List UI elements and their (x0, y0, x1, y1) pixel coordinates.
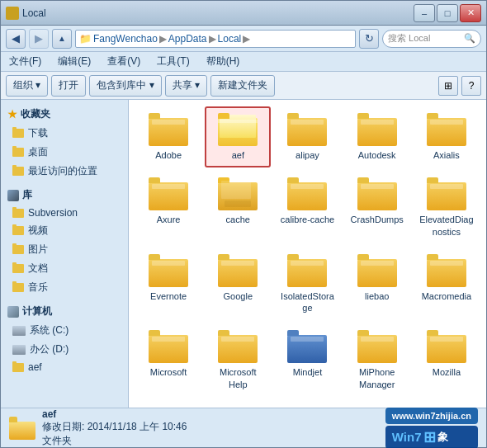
search-bar[interactable]: 搜索 Local 🔍 (382, 30, 481, 48)
sidebar-item-subversion[interactable]: Subversion (1, 205, 128, 221)
folder-icon (149, 177, 188, 210)
sidebar-item-video[interactable]: 视频 (1, 221, 128, 240)
file-item[interactable]: alipay (274, 106, 340, 167)
folder-icon (12, 264, 24, 273)
file-item[interactable]: IsolatedStorage (274, 248, 340, 321)
sidebar-item-download[interactable]: 下载 (1, 124, 128, 143)
sidebar-item-images[interactable]: 图片 (1, 240, 128, 259)
folder-icon (12, 129, 24, 138)
up-button[interactable]: ▲ (52, 29, 72, 49)
file-item[interactable]: Microsoft Help (205, 323, 271, 397)
window-title: Local (22, 7, 46, 19)
folder-title-icon (6, 7, 19, 20)
menu-bar: 文件(F) 编辑(E) 查看(V) 工具(T) 帮助(H) (1, 52, 486, 72)
breadcrumb-icon: 📁 (79, 33, 92, 45)
back-button[interactable]: ◀ (6, 29, 26, 49)
folder-icon (12, 283, 24, 292)
file-item[interactable]: Axure (135, 171, 201, 244)
search-placeholder: 搜索 Local (388, 32, 430, 45)
file-grid: Adobe aef alipay Autodesk Axialis Axure (135, 106, 480, 397)
file-label: Adobe (155, 149, 182, 161)
sidebar-item-system-drive[interactable]: 系统 (C:) (1, 321, 128, 340)
folder-icon (287, 254, 327, 287)
library-icon (7, 190, 19, 201)
file-label: Evernote (150, 290, 187, 302)
sidebar-item-office-drive[interactable]: 办公 (D:) (1, 340, 128, 359)
file-item[interactable]: cache (205, 171, 271, 244)
new-folder-button[interactable]: 新建文件夹 (210, 75, 275, 97)
file-item[interactable]: Adobe (135, 106, 201, 167)
folder-icon (12, 167, 24, 176)
file-item[interactable]: Evernote (135, 248, 201, 321)
folder-icon (357, 330, 397, 363)
file-item[interactable]: Macromedia (414, 248, 480, 321)
drive-icon (12, 326, 26, 336)
file-item[interactable]: MiPhone Manager (344, 323, 410, 397)
folder-icon (287, 330, 327, 363)
system-drive-label: 系统 (C:) (30, 323, 69, 337)
office-drive-label: 办公 (D:) (30, 342, 69, 356)
recent-label: 最近访问的位置 (28, 164, 97, 178)
share-button[interactable]: 共享 ▾ (165, 75, 207, 97)
sidebar-item-desktop[interactable]: 桌面 (1, 143, 128, 162)
library-header[interactable]: 库 (1, 186, 128, 205)
favorites-section: ★ 收藏夹 下载 桌面 最近访问的位置 (1, 105, 128, 181)
view-toggle-button[interactable]: ⊞ (438, 76, 458, 96)
folder-icon (427, 177, 466, 210)
open-button[interactable]: 打开 (51, 75, 86, 97)
include-library-button[interactable]: 包含到库中 ▾ (89, 75, 161, 97)
favorites-header[interactable]: ★ 收藏夹 (1, 105, 128, 124)
file-label: Axialis (433, 149, 460, 161)
breadcrumb-fangwenchao[interactable]: FangWenchao (93, 33, 158, 45)
menu-view[interactable]: 查看(V) (104, 53, 144, 70)
file-item[interactable]: calibre-cache (274, 171, 340, 244)
folder-icon (357, 113, 397, 146)
sidebar-item-docs[interactable]: 文档 (1, 259, 128, 278)
organize-button[interactable]: 组织 ▾ (6, 75, 48, 97)
toolbar: 组织 ▾ 打开 包含到库中 ▾ 共享 ▾ 新建文件夹 ⊞ ? (1, 72, 486, 100)
file-item[interactable]: liebao (344, 248, 410, 321)
help-button[interactable]: ? (461, 76, 481, 96)
windows-icon: ⊞ (423, 428, 436, 446)
file-item[interactable]: Google (205, 248, 271, 321)
main-content: ★ 收藏夹 下载 桌面 最近访问的位置 (1, 100, 486, 408)
folder-icon (12, 363, 24, 372)
menu-edit[interactable]: 编辑(E) (54, 53, 94, 70)
breadcrumb-appdata[interactable]: AppData (168, 33, 207, 45)
close-button[interactable]: ✕ (460, 4, 481, 22)
file-label: IsolatedStorage (279, 290, 335, 314)
library-label: 库 (22, 188, 32, 202)
file-item[interactable]: Mozilla (414, 323, 480, 397)
forward-button[interactable]: ▶ (29, 29, 49, 49)
file-label: Mozilla (433, 366, 461, 378)
menu-tools[interactable]: 工具(T) (154, 53, 192, 70)
file-item[interactable]: Autodesk (344, 106, 410, 167)
file-item[interactable]: ElevatedDiagnostics (414, 171, 480, 244)
breadcrumb[interactable]: 📁 FangWenchao ▶ AppData ▶ Local ▶ (75, 30, 356, 48)
title-bar-left: Local (6, 7, 46, 20)
menu-file[interactable]: 文件(F) (6, 53, 45, 70)
file-item[interactable]: CrashDumps (344, 171, 410, 244)
menu-help[interactable]: 帮助(H) (203, 53, 244, 70)
sidebar-item-aef[interactable]: aef (1, 359, 128, 375)
file-area: Adobe aef alipay Autodesk Axialis Axure (129, 100, 486, 408)
sidebar-item-music[interactable]: 音乐 (1, 278, 128, 297)
computer-header[interactable]: 计算机 (1, 302, 128, 321)
file-item[interactable]: Axialis (414, 106, 480, 167)
file-item[interactable]: Mindjet (274, 323, 340, 397)
file-item[interactable]: Microsoft (135, 323, 201, 397)
maximize-button[interactable]: □ (437, 4, 458, 22)
status-info: aef 修改日期: 2014/11/18 上午 10:46 文件夹 (42, 408, 187, 448)
breadcrumb-local[interactable]: Local (218, 33, 242, 45)
explorer-window: Local – □ ✕ ◀ ▶ ▲ 📁 FangWenchao ▶ AppDat… (0, 0, 487, 448)
music-label: 音乐 (28, 281, 48, 295)
folder-icon (287, 177, 327, 210)
sidebar-item-recent[interactable]: 最近访问的位置 (1, 162, 128, 181)
desktop-label: 桌面 (28, 145, 48, 159)
status-bar: aef 修改日期: 2014/11/18 上午 10:46 文件夹 www.wi… (1, 408, 486, 447)
refresh-button[interactable]: ↻ (359, 29, 379, 49)
file-item[interactable]: aef (205, 106, 271, 167)
minimize-button[interactable]: – (414, 4, 435, 22)
file-label: aef (232, 149, 244, 161)
folder-icon (149, 113, 188, 146)
